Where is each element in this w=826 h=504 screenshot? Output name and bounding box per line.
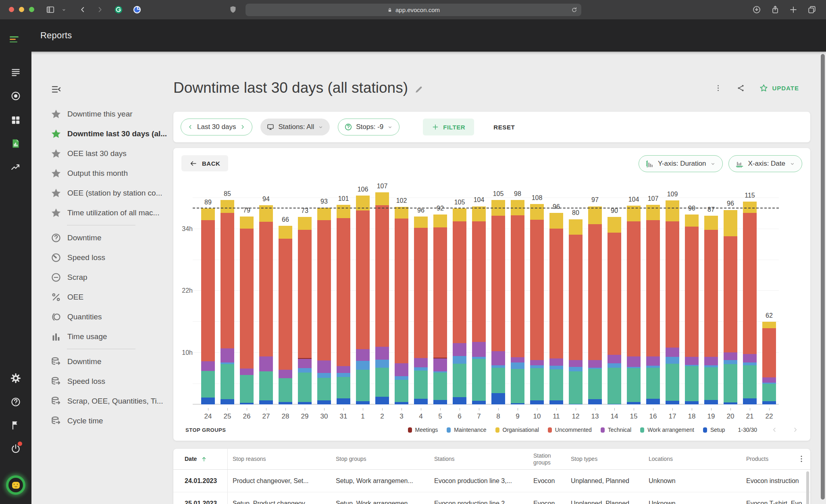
bar-segment-organisational[interactable] [414,217,428,228]
legend-item[interactable]: Uncommented [548,427,592,433]
bar-segment-organisational[interactable] [395,207,408,219]
sidebar-metric-item[interactable]: Time usage [31,327,173,346]
sidebar-export-item[interactable]: Speed loss [31,371,173,391]
stacked-bar[interactable] [317,208,331,404]
stacked-bar[interactable] [356,196,370,404]
bar-segment-work-arrangement[interactable] [414,371,428,399]
bar-segment-technical[interactable] [569,360,583,367]
bar-segment-work-arrangement[interactable] [453,364,466,397]
stacked-bar[interactable] [433,215,447,404]
shield-icon[interactable] [229,5,237,14]
bar-segment-uncommented[interactable] [511,215,524,357]
bar-segment-setup[interactable] [337,398,350,404]
bar-segment-technical[interactable] [704,357,718,365]
bar-segment-uncommented[interactable] [724,236,737,352]
legend-item[interactable]: Meetings [408,427,438,433]
sidebar-metric-item[interactable]: Downtime [31,228,173,248]
bar-segment-setup[interactable] [259,400,273,404]
bar-segment-technical[interactable] [724,352,737,360]
bar-segment-setup[interactable] [395,402,408,404]
bar-segment-setup[interactable] [704,400,718,405]
stacked-bar[interactable] [279,226,292,404]
bar-segment-setup[interactable] [685,401,699,404]
share-report-icon[interactable] [737,84,745,92]
bar-segment-uncommented[interactable] [221,213,234,348]
stacked-bar[interactable] [395,207,408,404]
bar-segment-setup[interactable] [724,402,737,404]
stacked-bar[interactable] [608,217,621,404]
reset-filters-button[interactable]: RESET [493,124,515,131]
sidebar-export-item[interactable]: Cycle time [31,411,173,431]
stacked-bar[interactable] [666,200,679,404]
bar-segment-maintenance[interactable] [549,366,563,369]
legend-item[interactable]: Maintenance [447,427,486,433]
avatar[interactable] [6,475,25,495]
column-header[interactable]: Station groups [533,449,571,469]
bar-segment-work-arrangement[interactable] [608,368,621,404]
stacked-bar[interactable] [240,217,254,404]
more-options-icon[interactable] [714,84,722,92]
table-row[interactable]: 25.01.2023Setup, Product changeov...Setu… [173,492,810,504]
column-header[interactable]: Locations [649,449,746,469]
sidebar-metric-item[interactable]: Speed loss [31,248,173,267]
stacked-bar[interactable] [511,200,524,404]
legend-item[interactable]: Technical [601,427,631,433]
bar-segment-technical[interactable] [762,377,776,383]
dashboard-icon[interactable] [10,115,21,125]
sidebar-metric-item[interactable]: Scrap [31,267,173,287]
help-icon[interactable] [10,397,21,407]
bar-segment-work-arrangement[interactable] [356,370,370,401]
bar-segment-organisational[interactable] [762,322,776,328]
bar-segment-work-arrangement[interactable] [627,368,641,402]
bar-segment-setup[interactable] [356,401,370,404]
bar-segment-organisational[interactable] [530,204,544,219]
bar-segment-technical[interactable] [356,349,370,361]
bar-segment-organisational[interactable] [317,208,331,220]
table-row[interactable]: 24.01.2023Product changeover, Set...Setu… [173,470,810,492]
bar-segment-setup[interactable] [279,402,292,404]
legend-item[interactable]: Setup [703,427,725,433]
bar-segment-uncommented[interactable] [240,229,254,369]
trends-icon[interactable] [10,162,21,172]
bar-segment-setup[interactable] [549,400,563,404]
bar-segment-setup[interactable] [414,399,428,404]
bar-segment-maintenance[interactable] [337,373,350,377]
bar-segment-work-arrangement[interactable] [569,371,583,404]
reload-icon[interactable] [571,6,578,13]
bar-segment-organisational[interactable] [298,217,312,230]
add-filter-button[interactable]: FILTER [423,119,474,135]
tabs-overview-icon[interactable] [807,5,816,14]
bar-segment-technical[interactable] [646,356,660,366]
bar-segment-technical[interactable] [549,358,563,366]
bar-segment-uncommented[interactable] [414,228,428,358]
bar-segment-uncommented[interactable] [608,233,621,355]
live-view-icon[interactable] [10,91,21,101]
bar-segment-organisational[interactable] [569,219,583,235]
page-scrollbar[interactable] [821,54,825,500]
bar-segment-organisational[interactable] [704,216,718,230]
bar-segment-work-arrangement[interactable] [298,373,312,402]
date-range-chip[interactable]: Last 30 days [181,119,252,135]
bar-segment-technical[interactable] [337,366,350,373]
bar-segment-uncommented[interactable] [337,218,350,366]
bar-segment-technical[interactable] [685,357,699,364]
bar-segment-maintenance[interactable] [298,368,312,372]
stacked-bar[interactable] [724,210,737,404]
bar-segment-work-arrangement[interactable] [491,368,505,393]
bar-segment-maintenance[interactable] [724,360,737,364]
bar-segment-maintenance[interactable] [317,373,331,378]
bar-segment-maintenance[interactable] [414,367,428,371]
bar-segment-setup[interactable] [317,400,331,404]
bar-segment-work-arrangement[interactable] [724,364,737,402]
bar-segment-technical[interactable] [530,360,544,365]
bar-segment-setup[interactable] [298,402,312,404]
bar-segment-organisational[interactable] [240,217,254,228]
stacked-bar[interactable] [221,200,234,404]
bar-segment-uncommented[interactable] [395,219,408,363]
stacked-bar[interactable] [298,217,312,404]
stacked-bar[interactable] [259,205,273,404]
bar-segment-work-arrangement[interactable] [530,368,544,400]
bar-segment-uncommented[interactable] [530,220,544,360]
bar-segment-technical[interactable] [511,357,524,362]
bar-segment-technical[interactable] [395,363,408,376]
